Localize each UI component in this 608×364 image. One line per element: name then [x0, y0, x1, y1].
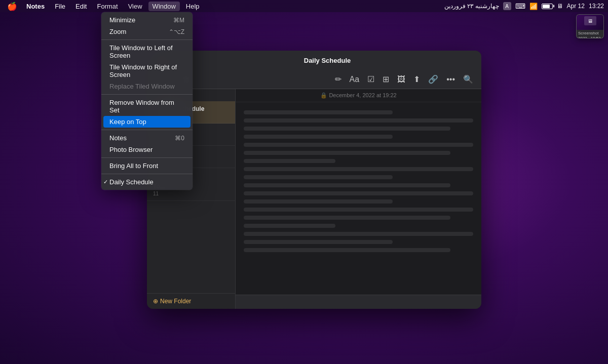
content-line — [244, 224, 335, 228]
menubar: 🍎 Notes File Edit Format View Window Hel… — [0, 0, 608, 12]
media-icon[interactable]: 🖼 — [395, 73, 407, 86]
compose-icon[interactable]: ✏ — [333, 72, 344, 86]
siri-icon[interactable]: A — [503, 2, 511, 10]
content-line — [244, 248, 450, 252]
notes-toolbar: ≡ ⊞ 🗑 ✏ Aa ☑ ⊞ 🖼 ⬆ 🔗 ••• 🔍 — [147, 70, 481, 89]
menu-remove-window[interactable]: Remove Window from Set — [101, 97, 193, 116]
window-menu-dropdown: Minimize ⌘M Zoom ⌃⌥Z Tile Window to Left… — [101, 12, 193, 190]
menu-sep-2 — [101, 94, 193, 95]
wifi-icon[interactable]: 📶 — [529, 3, 538, 10]
keyboard-icon: ⌨ — [515, 2, 525, 10]
content-line — [244, 183, 450, 187]
display-icon: 🖥 — [557, 3, 563, 10]
menubar-format[interactable]: Format — [93, 2, 122, 11]
content-line — [244, 143, 473, 147]
menu-sep-3 — [101, 130, 193, 130]
battery-indicator — [542, 4, 553, 9]
menu-bring-all[interactable]: Bring All to Front — [101, 160, 193, 172]
notes-body: Pinned 📌 Daily Schedule 12 📌 Ze... 11 📌 — [147, 89, 481, 309]
notes-window: Daily Schedule ≡ ⊞ 🗑 ✏ Aa ☑ ⊞ 🖼 ⬆ 🔗 ••• … — [147, 51, 481, 309]
persian-date: چهارشنبه ۲۳ فروردین — [444, 3, 499, 10]
menubar-edit[interactable]: Edit — [71, 2, 91, 11]
menu-tile-right[interactable]: Tile Window to Right of Screen — [101, 61, 193, 80]
menu-sep-1 — [101, 39, 193, 40]
note-editor: 🔒 December 4, 2022 at 19:22 — [236, 89, 481, 309]
menubar-left: 🍎 Notes File Edit Format View Window Hel… — [4, 1, 204, 12]
menu-replace-tiled: Replace Tiled Window — [101, 80, 193, 92]
screenshot-label: Screenshot 2023...19:52 — [577, 30, 603, 38]
content-line — [244, 118, 473, 123]
window-title: Daily Schedule — [179, 57, 475, 64]
note-date-bar: 🔒 December 4, 2022 at 19:22 — [236, 89, 481, 102]
content-line — [244, 110, 393, 114]
checklist-icon[interactable]: ☑ — [365, 72, 376, 86]
note-bottom-bar — [236, 295, 481, 309]
content-line — [244, 175, 393, 179]
content-line — [244, 199, 393, 204]
attachment-icon[interactable]: 🔗 — [426, 72, 440, 86]
menubar-window[interactable]: Window — [148, 2, 180, 11]
content-line — [244, 232, 473, 236]
sidebar-bottom: ⊕ New Folder — [147, 293, 235, 309]
menu-minimize[interactable]: Minimize ⌘M — [101, 14, 193, 26]
time-display: 13:22 — [589, 3, 604, 10]
lock-icon: 🔒 — [320, 92, 327, 98]
content-line — [244, 208, 473, 212]
content-line — [244, 240, 393, 244]
table-icon[interactable]: ⊞ — [381, 72, 391, 86]
menubar-file[interactable]: File — [51, 2, 69, 11]
checkmark-icon: ✓ — [103, 179, 108, 185]
new-folder-button[interactable]: ⊕ New Folder — [153, 298, 229, 305]
note-content[interactable] — [236, 102, 481, 295]
content-line — [244, 151, 450, 155]
screenshot-preview: 🖥 — [577, 15, 603, 30]
menu-zoom[interactable]: Zoom ⌃⌥Z — [101, 26, 193, 37]
content-line — [244, 216, 450, 220]
menu-photo-browser[interactable]: Photo Browser — [101, 144, 193, 155]
menubar-right: چهارشنبه ۲۳ فروردین A ⌨ 📶 🖥 Apr 12 13:22 — [444, 2, 604, 10]
menu-notes[interactable]: Notes ⌘0 — [101, 132, 193, 144]
menubar-notes[interactable]: Notes — [22, 2, 49, 11]
menu-sep-4 — [101, 157, 193, 158]
new-folder-icon: ⊕ — [153, 298, 158, 305]
format-text-icon[interactable]: Aa — [348, 73, 362, 86]
menu-keep-on-top[interactable]: Keep on Top — [103, 116, 191, 128]
search-icon[interactable]: 🔍 — [461, 72, 475, 86]
content-line — [244, 159, 335, 163]
menu-sep-5 — [101, 174, 193, 174]
content-line — [244, 191, 473, 195]
more-options-icon[interactable]: ••• — [444, 73, 457, 86]
apple-menu[interactable]: 🍎 — [4, 1, 20, 12]
menu-daily-schedule[interactable]: ✓ Daily Schedule — [101, 176, 193, 188]
window-titlebar: Daily Schedule — [147, 51, 481, 70]
content-line — [244, 167, 473, 171]
note-item-date-4: 11 — [153, 191, 229, 196]
screenshot-icon: 🖥 — [584, 16, 596, 25]
screenshot-thumbnail[interactable]: 🖥 Screenshot 2023...19:52 — [576, 14, 604, 38]
content-line — [244, 135, 393, 139]
share-icon[interactable]: ⬆ — [411, 72, 422, 86]
menubar-view[interactable]: View — [124, 2, 146, 11]
menu-tile-left[interactable]: Tile Window to Left of Screen — [101, 42, 193, 61]
content-line — [244, 127, 450, 131]
menubar-help[interactable]: Help — [182, 2, 204, 11]
date-display: Apr 12 — [567, 3, 585, 10]
